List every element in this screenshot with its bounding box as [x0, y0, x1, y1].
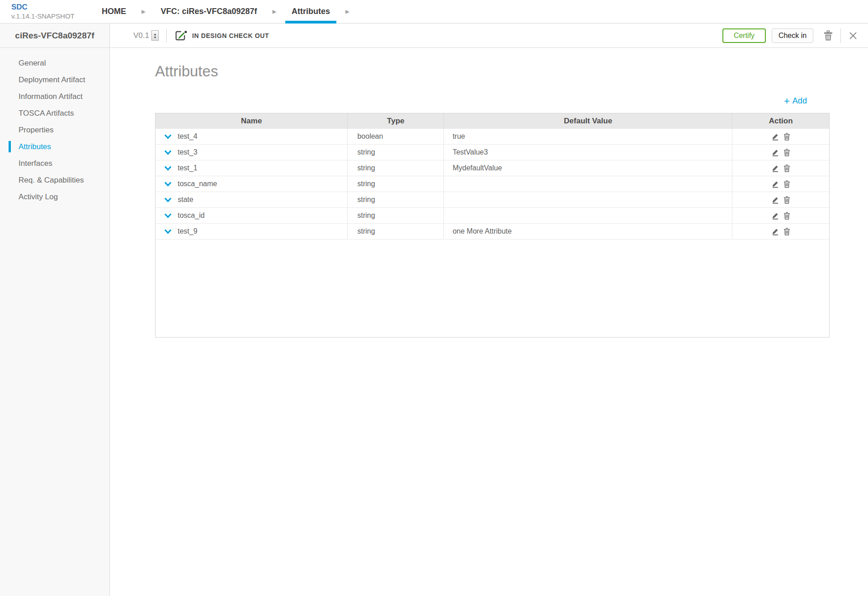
checkout-icon	[175, 29, 187, 42]
sidebar-item[interactable]: Information Artifact	[0, 88, 109, 105]
breadcrumb-tab[interactable]: Attributes	[282, 0, 340, 23]
add-label: Add	[793, 96, 807, 106]
attributes-table: Name Type Default Value Action test_4 bo…	[155, 113, 830, 338]
sidebar-item[interactable]: Properties	[0, 122, 109, 138]
edit-icon[interactable]	[772, 180, 779, 188]
breadcrumb-tab[interactable]: VFC: ciRes-VFC8a09287f	[151, 0, 267, 23]
edit-icon[interactable]	[772, 196, 779, 204]
attribute-type: string	[357, 164, 375, 172]
attribute-default-value: true	[453, 132, 465, 141]
attribute-name: test_3	[178, 148, 198, 156]
table-header-row: Name Type Default Value Action	[156, 113, 829, 129]
default-value-cell	[444, 192, 732, 207]
edit-icon[interactable]	[772, 211, 779, 220]
edit-icon[interactable]	[772, 164, 779, 172]
toolbar-separator	[840, 28, 841, 43]
attribute-type: string	[357, 196, 375, 204]
toolbar-divider	[166, 29, 167, 42]
trash-icon	[823, 30, 833, 41]
table-row: test_3 string TestValue3	[156, 145, 829, 160]
stepper-up-icon: ▲	[154, 33, 157, 36]
checkin-button[interactable]: Check in	[772, 28, 813, 43]
name-cell: test_1	[156, 160, 348, 176]
edit-icon[interactable]	[772, 227, 779, 235]
close-button[interactable]	[845, 31, 861, 40]
sidebar-item[interactable]: Activity Log	[0, 188, 109, 205]
toolbar: V0.1 ▲ ▼ IN DESIGN CHECK OUT Certify Che…	[110, 23, 868, 48]
action-cell	[732, 192, 829, 207]
sidebar-item[interactable]: Req. & Capabilities	[0, 172, 109, 188]
column-header-default-value: Default Value	[444, 113, 732, 129]
delete-icon[interactable]	[783, 196, 790, 204]
sidebar: ciRes-VFC8a09287f General Deployment Art…	[0, 23, 110, 596]
close-icon	[849, 31, 858, 40]
version-stepper[interactable]: ▲ ▼	[151, 30, 159, 41]
attribute-name: test_9	[178, 227, 198, 235]
default-value-cell	[444, 176, 732, 192]
chevron-down-icon[interactable]	[164, 150, 172, 155]
breadcrumb-tab-label: HOME	[102, 7, 126, 16]
name-cell: test_9	[156, 224, 348, 239]
sidebar-item[interactable]: Interfaces	[0, 155, 109, 172]
breadcrumb-arrow-icon: ▶	[273, 9, 276, 14]
delete-icon[interactable]	[783, 180, 790, 188]
breadcrumb-arrow-icon: ▶	[142, 9, 145, 14]
breadcrumb: HOME ▶ VFC: ciRes-VFC8a09287f ▶ Attribut…	[92, 0, 355, 23]
chevron-down-icon[interactable]	[164, 166, 172, 171]
attribute-type: string	[357, 211, 375, 220]
breadcrumb-tab[interactable]: HOME	[92, 0, 136, 23]
resource-title: ciRes-VFC8a09287f	[0, 23, 109, 48]
column-header-name: Name	[156, 113, 348, 129]
table-row: state string	[156, 192, 829, 208]
attribute-default-value: one More Attribute	[453, 227, 512, 235]
certify-button[interactable]: Certify	[722, 28, 766, 43]
delete-icon[interactable]	[783, 149, 790, 156]
sidebar-item[interactable]: TOSCA Artifacts	[0, 105, 109, 122]
type-cell: string	[348, 176, 444, 192]
chevron-down-icon[interactable]	[164, 229, 172, 234]
action-cell	[732, 160, 829, 176]
toolbar-actions: Certify Check in	[722, 28, 861, 43]
attribute-name: tosca_id	[178, 211, 205, 220]
add-attribute-button[interactable]: + Add	[784, 96, 807, 106]
table-empty-area	[156, 239, 829, 337]
breadcrumb-arrow-icon: ▶	[345, 9, 349, 14]
edit-icon[interactable]	[772, 148, 779, 156]
table-row: tosca_name string	[156, 176, 829, 192]
sidebar-item-label: Information Artifact	[19, 92, 83, 101]
type-cell: boolean	[348, 129, 444, 144]
delete-icon[interactable]	[783, 133, 790, 141]
sidebar-item-label: Properties	[19, 126, 53, 135]
chevron-down-icon[interactable]	[164, 134, 172, 139]
delete-version-button[interactable]	[821, 30, 836, 41]
lifecycle-status: IN DESIGN CHECK OUT	[175, 29, 269, 42]
attribute-default-value: MydefaultValue	[453, 164, 502, 172]
type-cell: string	[348, 192, 444, 207]
type-cell: string	[348, 160, 444, 176]
table-body: test_4 boolean true	[156, 129, 829, 239]
type-cell: string	[348, 224, 444, 239]
default-value-cell: MydefaultValue	[444, 160, 732, 176]
table-row: test_1 string MydefaultValue	[156, 160, 829, 176]
sidebar-item-label: Deployment Artifact	[19, 75, 85, 84]
default-value-cell: true	[444, 129, 732, 144]
default-value-cell: TestValue3	[444, 145, 732, 160]
chevron-down-icon[interactable]	[164, 213, 172, 218]
delete-icon[interactable]	[783, 212, 790, 220]
attribute-name: test_1	[178, 164, 198, 172]
name-cell: state	[156, 192, 348, 207]
sidebar-item[interactable]: Attributes	[0, 138, 109, 155]
chevron-down-icon[interactable]	[164, 182, 172, 187]
edit-icon[interactable]	[772, 132, 779, 141]
sidebar-item[interactable]: Deployment Artifact	[0, 71, 109, 88]
action-cell	[732, 129, 829, 144]
status-label: IN DESIGN CHECK OUT	[192, 32, 269, 39]
sidebar-item[interactable]: General	[0, 55, 109, 71]
chevron-down-icon[interactable]	[164, 197, 172, 202]
name-cell: tosca_id	[156, 208, 348, 223]
delete-icon[interactable]	[783, 164, 790, 172]
type-cell: string	[348, 145, 444, 160]
stepper-down-icon: ▼	[154, 36, 157, 39]
delete-icon[interactable]	[783, 228, 790, 235]
plus-icon: +	[784, 97, 790, 105]
